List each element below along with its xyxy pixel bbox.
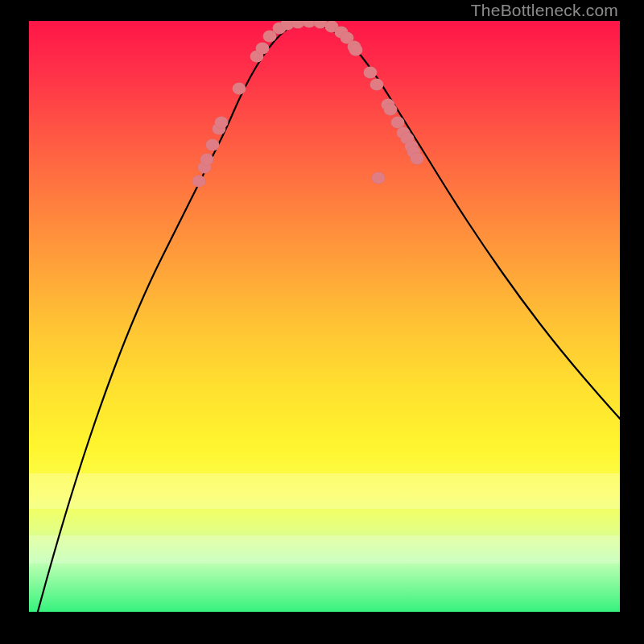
curves-svg bbox=[29, 21, 620, 612]
plot-area bbox=[29, 21, 620, 612]
marker-point bbox=[349, 44, 363, 56]
marker-point bbox=[215, 117, 229, 129]
marker-group bbox=[192, 21, 424, 188]
marker-point bbox=[192, 175, 206, 188]
marker-point bbox=[370, 79, 384, 91]
marker-point bbox=[364, 67, 378, 79]
marker-point bbox=[200, 154, 214, 166]
marker-point bbox=[384, 104, 398, 116]
marker-point bbox=[256, 43, 270, 55]
marker-point bbox=[233, 83, 246, 95]
curve-right bbox=[291, 21, 620, 459]
watermark-text: TheBottleneck.com bbox=[471, 1, 618, 20]
marker-point bbox=[411, 153, 424, 165]
marker-point bbox=[372, 172, 386, 184]
marker-point bbox=[206, 139, 220, 151]
marker-point bbox=[391, 117, 405, 129]
chart-frame: TheBottleneck.com bbox=[0, 0, 644, 644]
curve-left bbox=[29, 21, 323, 612]
